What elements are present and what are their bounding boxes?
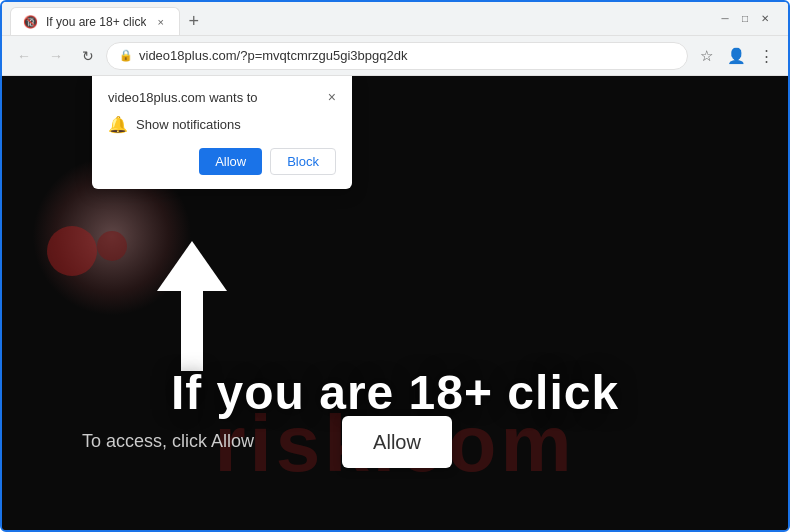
page-headline: If you are 18+ click	[2, 365, 788, 420]
page-allow-button[interactable]: Allow	[342, 416, 452, 468]
tab-close-button[interactable]: ×	[154, 15, 166, 29]
arrow-shaft	[181, 291, 203, 371]
popup-allow-button[interactable]: Allow	[199, 148, 262, 175]
address-input[interactable]: 🔒 video18plus.com/?p=mvqtcmrzgu5gi3bpgq2…	[106, 42, 688, 70]
toolbar-icons: ☆ 👤 ⋮	[692, 42, 780, 70]
page-subtext: To access, click Allow	[82, 431, 254, 452]
active-tab[interactable]: 🔞 If you are 18+ click ×	[10, 7, 180, 35]
permission-popup: video18plus.com wants to × 🔔 Show notifi…	[92, 76, 352, 189]
profile-button[interactable]: 👤	[722, 42, 750, 70]
close-button[interactable]: ✕	[758, 12, 772, 26]
back-button[interactable]: ←	[10, 42, 38, 70]
tabs-area: 🔞 If you are 18+ click × +	[10, 2, 718, 35]
decor-circle-small-2	[97, 231, 127, 261]
reload-button[interactable]: ↻	[74, 42, 102, 70]
url-display: video18plus.com/?p=mvqtcmrzgu5gi3bpgq2dk	[139, 48, 675, 63]
lock-icon: 🔒	[119, 49, 133, 62]
popup-title: video18plus.com wants to	[108, 90, 258, 105]
address-bar: ← → ↻ 🔒 video18plus.com/?p=mvqtcmrzgu5gi…	[2, 36, 788, 76]
minimize-button[interactable]: ─	[718, 12, 732, 26]
browser-window: 🔞 If you are 18+ click × + ─ □ ✕ ← → ↻ 🔒…	[0, 0, 790, 532]
arrow-head	[157, 241, 227, 291]
popup-close-button[interactable]: ×	[328, 90, 336, 104]
arrow-indicator	[157, 241, 227, 371]
page-content: risk.com If you are 18+ click To access,…	[2, 76, 788, 530]
decor-circle-small-1	[47, 226, 97, 276]
tab-favicon: 🔞	[23, 15, 38, 29]
bell-icon: 🔔	[108, 115, 128, 134]
menu-button[interactable]: ⋮	[752, 42, 780, 70]
popup-header: video18plus.com wants to ×	[108, 90, 336, 105]
popup-notification-row: 🔔 Show notifications	[108, 115, 336, 134]
title-bar: 🔞 If you are 18+ click × + ─ □ ✕	[2, 2, 788, 36]
forward-button[interactable]: →	[42, 42, 70, 70]
bookmark-button[interactable]: ☆	[692, 42, 720, 70]
new-tab-button[interactable]: +	[180, 7, 208, 35]
popup-block-button[interactable]: Block	[270, 148, 336, 175]
popup-buttons: Allow Block	[108, 148, 336, 175]
window-controls: ─ □ ✕	[718, 12, 772, 26]
maximize-button[interactable]: □	[738, 12, 752, 26]
tab-title: If you are 18+ click	[46, 15, 146, 29]
notification-label: Show notifications	[136, 117, 241, 132]
